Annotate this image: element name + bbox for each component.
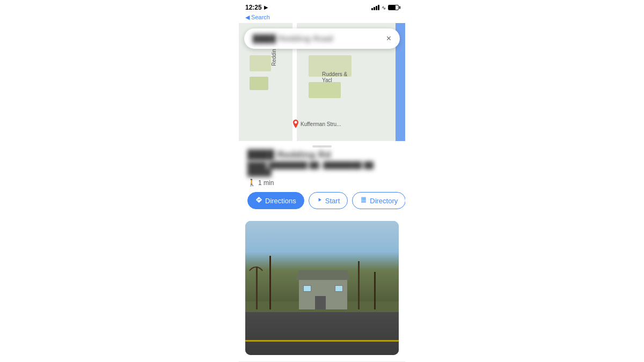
map-pin-icon xyxy=(292,120,299,128)
sv-window xyxy=(303,285,311,292)
directions-button[interactable]: Directions xyxy=(247,192,304,209)
directory-label: Directory xyxy=(370,197,398,205)
building-block xyxy=(250,77,268,90)
street-view-container xyxy=(239,221,405,355)
directory-action-button[interactable]: Directory xyxy=(352,192,405,209)
map-background: Redding Rd Rudders &Yacl Kufferman Stru.… xyxy=(239,23,405,141)
location-address: ████ ████████ ██, ████████ ██ █████ xyxy=(247,161,397,176)
sv-roof xyxy=(296,270,350,280)
directions-label: Directions xyxy=(265,197,296,205)
sv-road-line xyxy=(245,340,399,342)
action-buttons: Directions Start Directory xyxy=(247,192,397,209)
sv-house xyxy=(299,280,347,309)
location-title: ████ Redding Rd xyxy=(247,150,397,160)
walk-time: 🚶 1 min xyxy=(247,179,397,187)
start-icon xyxy=(317,196,323,205)
wifi-icon: ∿ xyxy=(382,5,386,11)
directions-icon xyxy=(255,196,262,205)
map-search-popup: ████ Redding Road × xyxy=(244,28,400,49)
bare-tree-trunk-4 xyxy=(374,272,376,309)
time-display: 12:25 xyxy=(245,4,262,11)
sv-window2 xyxy=(335,285,343,292)
directory-icon xyxy=(360,196,367,205)
drag-handle[interactable] xyxy=(239,141,405,150)
search-address-text: ████ Redding Road xyxy=(253,34,333,43)
building-block xyxy=(309,82,341,98)
drag-handle-bar xyxy=(312,145,332,147)
place-label-rudders: Rudders &Yacl xyxy=(322,71,347,83)
place-label-kufferman: Kufferman Stru... xyxy=(292,120,341,128)
phone-container: 12:25 ▶ ∿ ◀ Search xyxy=(239,0,405,362)
bare-tree-branches-1 xyxy=(245,267,267,299)
walk-icon: 🚶 xyxy=(247,179,256,187)
status-icons: ∿ xyxy=(371,5,399,11)
status-time: 12:25 ▶ xyxy=(245,4,268,11)
sv-road xyxy=(245,308,399,356)
bare-tree-trunk-3 xyxy=(358,261,360,309)
map-area[interactable]: Redding Rd Rudders &Yacl Kufferman Stru.… xyxy=(239,23,405,141)
status-bar: 12:25 ▶ ∿ xyxy=(239,0,405,13)
street-view-image[interactable] xyxy=(245,221,399,355)
building-block xyxy=(250,55,271,71)
sv-door xyxy=(315,296,326,309)
start-label: Start xyxy=(325,197,340,205)
bare-tree-trunk-2 xyxy=(269,256,271,309)
start-button[interactable]: Start xyxy=(309,192,348,209)
signal-icon xyxy=(371,5,379,10)
location-arrow-icon: ▶ xyxy=(264,5,268,10)
battery-icon xyxy=(388,5,399,10)
search-bar: ◀ Search xyxy=(239,13,405,23)
location-panel: ████ Redding Rd ████ ████████ ██, ██████… xyxy=(239,150,405,221)
walk-time-value: 1 min xyxy=(258,179,274,187)
search-back-button[interactable]: ◀ Search xyxy=(245,14,270,21)
map-close-button[interactable]: × xyxy=(386,34,391,43)
bare-tree-trunk-1 xyxy=(256,267,258,309)
